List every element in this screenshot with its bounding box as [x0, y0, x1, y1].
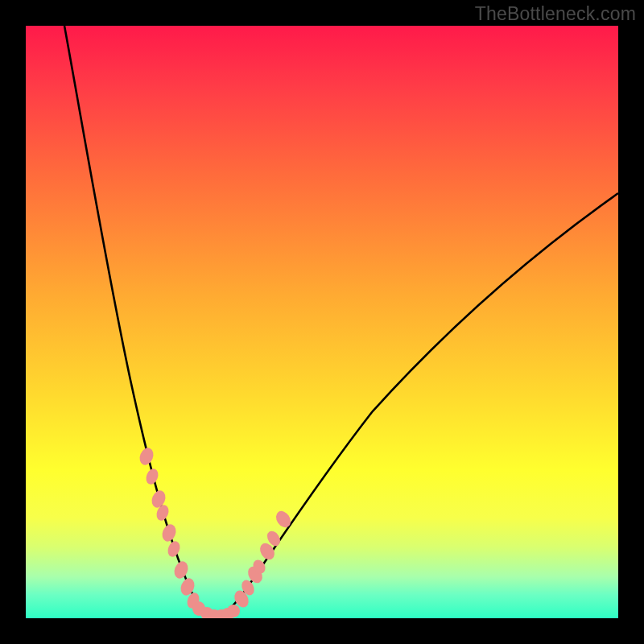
- left-curve: [64, 26, 215, 618]
- chart-svg: [26, 26, 618, 618]
- svg-point-14: [227, 605, 240, 617]
- marker-group: [137, 446, 293, 618]
- watermark-label: TheBottleneck.com: [475, 3, 636, 25]
- svg-point-0: [137, 446, 155, 467]
- svg-point-21: [273, 508, 294, 530]
- svg-point-6: [171, 559, 190, 580]
- svg-point-5: [166, 539, 182, 559]
- chart-container: TheBottleneck.com: [0, 0, 644, 644]
- svg-point-1: [144, 467, 160, 486]
- svg-point-4: [159, 522, 178, 543]
- plot-area: [26, 26, 618, 618]
- right-curve: [215, 193, 618, 618]
